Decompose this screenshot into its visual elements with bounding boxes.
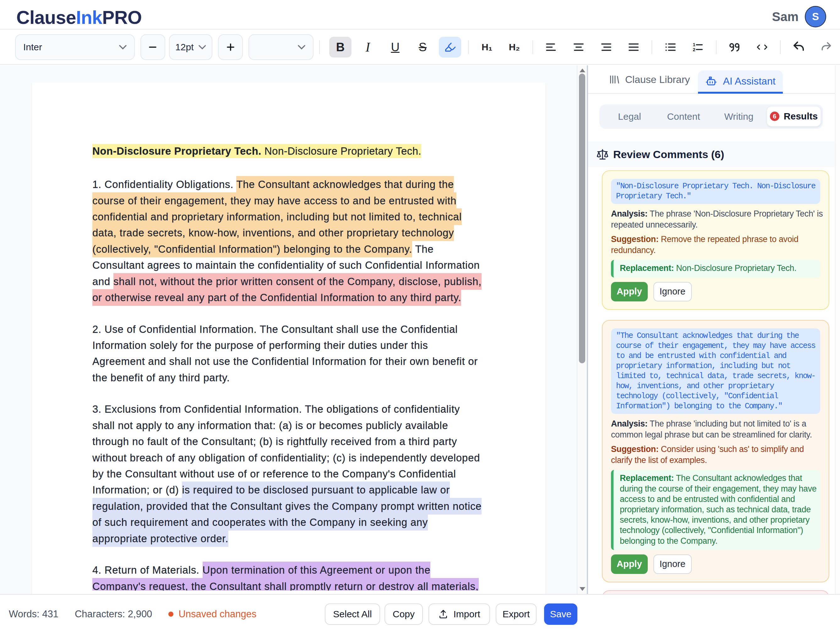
svg-text:2: 2: [693, 47, 695, 52]
svg-text:1: 1: [693, 42, 695, 47]
